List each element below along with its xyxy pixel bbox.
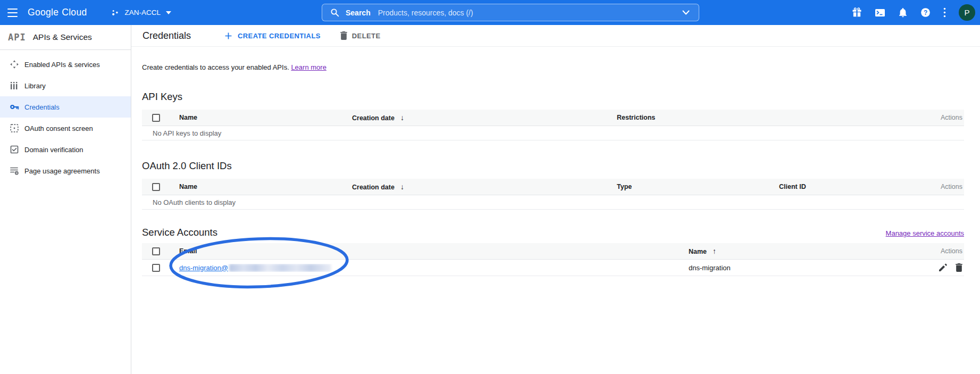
sidebar-nav: Enabled APIs & services Library Credenti…	[0, 50, 131, 181]
logo-cloud-text: Cloud	[62, 7, 87, 18]
sidebar-item-page-usage-agreements[interactable]: Page usage agreements	[0, 160, 131, 181]
api-keys-heading: API Keys	[142, 91, 964, 103]
column-header-name: Name	[169, 183, 341, 190]
api-keys-table: Name Creation date↓ Restrictions Actions…	[142, 110, 964, 140]
topbar-actions: ? P	[852, 0, 975, 25]
main-panel: Credentials CREATE CREDENTIALS DELETE Cr…	[131, 25, 980, 374]
service-account-row: dns-migration@ dns-migration	[142, 260, 964, 276]
column-header-name: Name	[169, 114, 341, 121]
api-keys-table-header: Name Creation date↓ Restrictions Actions	[142, 110, 964, 126]
sidebar-item-label: Page usage agreements	[24, 167, 100, 175]
sort-descending-icon: ↓	[400, 113, 404, 122]
search-placeholder: Products, resources, docs (/)	[378, 9, 473, 17]
sidebar-item-oauth-consent[interactable]: OAuth consent screen	[0, 118, 131, 139]
delete-button[interactable]: DELETE	[340, 31, 381, 40]
page-title: Credentials	[143, 30, 191, 41]
google-cloud-logo[interactable]: Google Cloud	[28, 7, 87, 18]
project-selector[interactable]: ZAN-ACCL	[112, 9, 171, 16]
page-content: Create credentials to access your enable…	[131, 63, 980, 276]
oauth-clients-empty-state: No OAuth clients to display	[142, 195, 964, 210]
help-icon[interactable]: ?	[920, 7, 931, 18]
column-header-actions: Actions	[922, 183, 964, 190]
sidebar-item-library[interactable]: Library	[0, 75, 131, 96]
logo-google-text: Google	[28, 7, 58, 18]
cloud-shell-icon[interactable]	[875, 7, 885, 18]
domain-verification-icon	[10, 145, 19, 154]
account-avatar[interactable]: P	[959, 4, 975, 21]
oauth-consent-icon	[10, 123, 19, 133]
column-header-actions: Actions	[922, 247, 964, 255]
svg-text:?: ?	[924, 9, 927, 16]
service-accounts-table-header: Email Name↑ Actions	[142, 243, 964, 260]
row-checkbox[interactable]	[152, 264, 160, 272]
gift-icon[interactable]	[852, 7, 862, 18]
column-header-client-id: Client ID	[768, 183, 922, 190]
service-accounts-heading-row: Service Accounts Manage service accounts	[142, 227, 964, 238]
column-header-creation-date[interactable]: Creation date↓	[341, 113, 606, 122]
sidebar-item-domain-verification[interactable]: Domain verification	[0, 139, 131, 160]
menu-icon[interactable]	[0, 0, 24, 25]
chevron-down-icon	[166, 11, 171, 14]
sidebar-item-label: OAuth consent screen	[24, 124, 93, 132]
column-header-restrictions: Restrictions	[606, 114, 922, 121]
page-shell: API APIs & Services Enabled APIs & servi…	[0, 25, 980, 374]
sidebar-item-enabled-apis[interactable]: Enabled APIs & services	[0, 54, 131, 75]
notifications-bell-icon[interactable]	[898, 7, 908, 18]
service-accounts-table: Email Name↑ Actions dns-migration@ dns-m…	[142, 243, 964, 276]
column-header-type: Type	[606, 183, 768, 190]
top-app-bar: Google Cloud ZAN-ACCL Search Products, r…	[0, 0, 980, 25]
sort-descending-icon: ↓	[400, 182, 404, 191]
service-account-email-link[interactable]: dns-migration@	[179, 264, 228, 272]
sidebar-item-label: Enabled APIs & services	[24, 61, 100, 69]
column-header-name[interactable]: Name↑	[678, 247, 922, 255]
trash-icon	[340, 31, 347, 40]
page-usage-icon	[10, 166, 19, 176]
select-all-checkbox[interactable]	[152, 114, 160, 122]
select-all-checkbox[interactable]	[152, 183, 160, 191]
oauth-clients-heading: OAuth 2.0 Client IDs	[142, 160, 964, 172]
sidebar-item-label: Domain verification	[24, 146, 83, 154]
service-account-email-cell: dns-migration@	[169, 264, 678, 272]
column-header-actions: Actions	[922, 114, 964, 121]
manage-service-accounts-link[interactable]: Manage service accounts	[886, 229, 964, 237]
library-icon	[10, 81, 19, 90]
sort-ascending-icon: ↑	[713, 247, 716, 255]
search-label: Search	[346, 9, 371, 17]
more-vertical-icon[interactable]	[943, 7, 946, 18]
sidebar-item-credentials[interactable]: Credentials	[0, 96, 131, 118]
search-icon	[330, 8, 339, 17]
learn-more-link[interactable]: Learn more	[291, 63, 326, 71]
credentials-key-icon	[10, 102, 19, 112]
plus-icon	[224, 31, 233, 40]
service-accounts-heading: Service Accounts	[142, 227, 217, 238]
oauth-clients-table: Name Creation date↓ Type Client ID Actio…	[142, 179, 964, 210]
sidebar: API APIs & Services Enabled APIs & servi…	[0, 25, 131, 374]
api-keys-empty-state: No API keys to display	[142, 126, 964, 140]
redacted-email-blur	[229, 264, 331, 272]
project-name: ZAN-ACCL	[124, 9, 161, 16]
oauth-table-header: Name Creation date↓ Type Client ID Actio…	[142, 179, 964, 195]
sidebar-title: APIs & Services	[33, 32, 92, 42]
edit-pencil-icon[interactable]	[939, 263, 947, 272]
sidebar-item-label: Credentials	[24, 103, 60, 111]
intro-text: Create credentials to access your enable…	[142, 63, 964, 71]
select-all-checkbox[interactable]	[152, 247, 160, 255]
create-credentials-button[interactable]: CREATE CREDENTIALS	[224, 31, 321, 40]
delete-trash-icon[interactable]	[956, 263, 962, 272]
api-logo-glyph: API	[8, 32, 26, 43]
project-icon	[112, 9, 119, 16]
service-account-name: dns-migration	[678, 264, 922, 272]
sidebar-item-label: Library	[24, 82, 46, 90]
row-actions	[922, 263, 964, 272]
search-input[interactable]: Search Products, resources, docs (/)	[322, 4, 699, 21]
enabled-apis-icon	[10, 60, 19, 69]
sidebar-header: API APIs & Services	[0, 25, 131, 50]
column-header-creation-date[interactable]: Creation date↓	[341, 182, 606, 191]
search-expand-chevron-icon[interactable]	[681, 10, 691, 16]
page-header: Credentials CREATE CREDENTIALS DELETE	[131, 25, 980, 47]
column-header-email: Email	[169, 247, 678, 255]
